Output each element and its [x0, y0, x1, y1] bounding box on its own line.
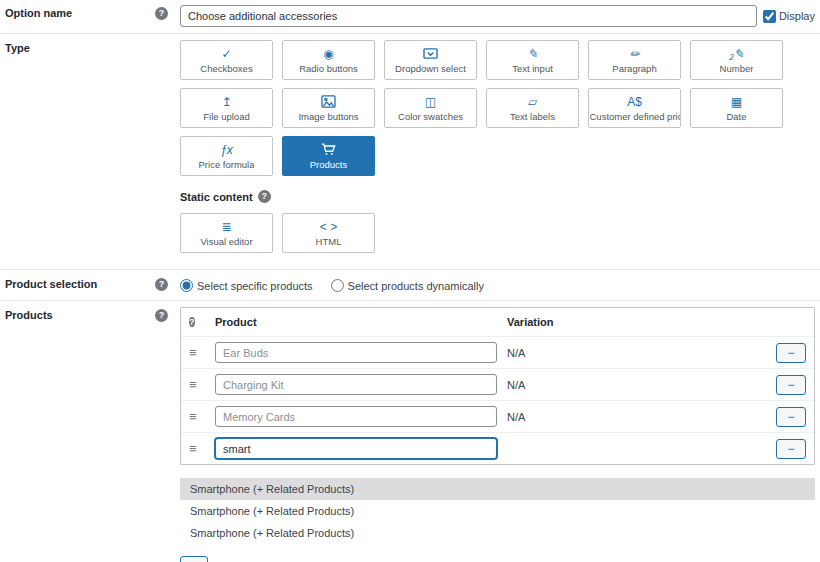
type-tile-text-labels[interactable]: ▱ Text labels: [486, 88, 579, 128]
remove-row-button[interactable]: −: [776, 439, 806, 459]
color-swatches-icon: ◫: [425, 95, 436, 109]
check-icon: ✓: [221, 47, 231, 61]
drag-handle-icon[interactable]: ≡: [189, 377, 197, 392]
products-label: Products: [5, 309, 53, 321]
products-table: ? Product Variation ≡ N/A − ≡ N/A − ≡ N: [180, 307, 815, 465]
suggestion-item[interactable]: Smartphone (+ Related Products): [180, 478, 815, 500]
products-section: Products ? ? Product Variation ≡ N/A − ≡…: [0, 301, 820, 562]
date-icon: ▦: [731, 95, 742, 109]
type-tile-number[interactable]: ₂✎ Number: [690, 40, 783, 80]
product-input[interactable]: [215, 342, 497, 363]
number-icon: ₂✎: [729, 47, 744, 61]
price-formula-icon: ƒx: [220, 143, 233, 157]
type-tile-dropdown-select[interactable]: Dropdown select: [384, 40, 477, 80]
paragraph-icon: ✏: [629, 47, 639, 61]
visual-editor-icon: ≣: [221, 220, 231, 234]
remove-row-button[interactable]: −: [776, 407, 806, 427]
type-tile-html[interactable]: < > HTML: [282, 213, 375, 253]
type-tile-text-input[interactable]: ✎ Text input: [486, 40, 579, 80]
help-icon[interactable]: ?: [258, 190, 271, 203]
variation-value: N/A: [507, 379, 774, 391]
drag-handle-icon[interactable]: ≡: [189, 345, 197, 360]
type-tile-radio-buttons[interactable]: ◉ Radio buttons: [282, 40, 375, 80]
variation-value: N/A: [507, 411, 774, 423]
option-name-input[interactable]: [180, 5, 757, 27]
type-tile-paragraph[interactable]: ✏ Paragraph: [588, 40, 681, 80]
product-input[interactable]: [215, 406, 497, 427]
radio-select-products-dynamically-input[interactable]: [331, 279, 344, 292]
table-row: ≡ N/A −: [181, 336, 814, 368]
option-name-section: Option name ? Display: [0, 0, 820, 34]
display-checkbox[interactable]: [763, 10, 776, 23]
radio-select-specific-products-input[interactable]: [180, 279, 193, 292]
image-buttons-icon: [321, 95, 336, 109]
suggestion-item[interactable]: Smartphone (+ Related Products): [180, 500, 815, 522]
customer-defined-price-icon: A$: [627, 95, 642, 109]
type-tile-file-upload[interactable]: ↥ File upload: [180, 88, 273, 128]
dropdown-select-icon: [423, 47, 438, 61]
type-tile-grid: ✓ Checkboxes ◉ Radio buttons Dropdown se…: [180, 40, 796, 184]
text-input-icon: ✎: [527, 47, 537, 61]
type-tile-price-formula[interactable]: ƒx Price formula: [180, 136, 273, 176]
type-tile-date[interactable]: ▦ Date: [690, 88, 783, 128]
text-labels-icon: ▱: [528, 95, 537, 109]
help-icon[interactable]: ?: [155, 309, 168, 322]
column-header-product: Product: [215, 316, 507, 328]
table-row: ≡ N/A −: [181, 368, 814, 400]
type-tile-customer-defined-price[interactable]: A$ Customer defined price: [588, 88, 681, 128]
help-icon[interactable]: ?: [155, 7, 168, 20]
variation-value: N/A: [507, 347, 774, 359]
drag-handle-icon[interactable]: ≡: [189, 441, 197, 456]
radio-select-products-dynamically[interactable]: Select products dynamically: [331, 279, 484, 292]
static-content-tile-grid: ≣ Visual editor < > HTML: [180, 213, 796, 261]
product-search-input[interactable]: [215, 438, 497, 459]
drag-handle-icon[interactable]: ≡: [189, 409, 197, 424]
type-section: Type ✓ Checkboxes ◉ Radio buttons Dropdo…: [0, 34, 820, 270]
radio-icon: ◉: [323, 47, 333, 61]
type-label: Type: [5, 42, 30, 54]
help-icon[interactable]: ?: [189, 317, 195, 327]
html-icon: < >: [320, 220, 337, 234]
remove-row-button[interactable]: −: [776, 375, 806, 395]
column-header-variation: Variation: [507, 316, 774, 328]
option-name-label: Option name: [5, 7, 72, 19]
type-tile-products[interactable]: Products: [282, 136, 375, 176]
product-selection-section: Product selection ? Select specific prod…: [0, 270, 820, 301]
file-upload-icon: ↥: [221, 95, 231, 109]
radio-select-specific-products[interactable]: Select specific products: [180, 279, 313, 292]
products-table-header: ? Product Variation: [181, 308, 814, 336]
type-tile-color-swatches[interactable]: ◫ Color swatches: [384, 88, 477, 128]
product-input[interactable]: [215, 374, 497, 395]
static-content-label: Static content: [180, 191, 253, 203]
table-row: ≡ N/A −: [181, 400, 814, 432]
cart-icon: [321, 143, 336, 157]
product-suggestions-list: Smartphone (+ Related Products) Smartpho…: [180, 478, 815, 544]
table-row: ≡ −: [181, 432, 814, 464]
add-row-button[interactable]: +: [180, 556, 208, 562]
help-icon[interactable]: ?: [155, 278, 168, 291]
remove-row-button[interactable]: −: [776, 343, 806, 363]
type-tile-visual-editor[interactable]: ≣ Visual editor: [180, 213, 273, 253]
display-checkbox-label: Display: [779, 10, 815, 22]
type-tile-checkboxes[interactable]: ✓ Checkboxes: [180, 40, 273, 80]
suggestion-item[interactable]: Smartphone (+ Related Products): [180, 522, 815, 544]
product-selection-label: Product selection: [5, 278, 97, 290]
type-tile-image-buttons[interactable]: Image buttons: [282, 88, 375, 128]
